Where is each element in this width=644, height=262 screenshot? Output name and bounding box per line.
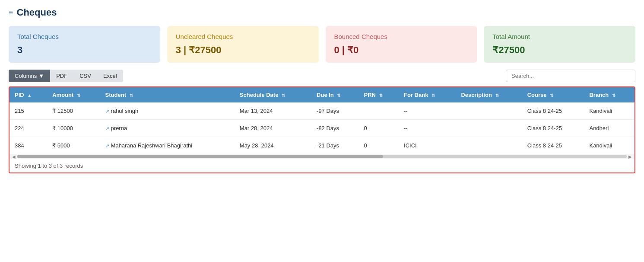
sort-icon-branch: ⇅ xyxy=(612,93,615,98)
columns-label: Columns xyxy=(15,73,37,79)
col-amount[interactable]: Amount ⇅ xyxy=(47,87,100,102)
cell-for-bank: ICICI xyxy=(399,137,456,154)
cell-student: ↗rahul singh xyxy=(100,102,235,120)
cell-pid: 215 xyxy=(10,102,47,120)
cell-amount: ₹ 12500 xyxy=(47,102,100,120)
sort-icon-schedule-date: ⇅ xyxy=(282,93,285,98)
horizontal-scrollbar[interactable]: ◀ ▶ xyxy=(10,154,634,159)
student-name: prerna xyxy=(111,125,127,131)
page-title-container: ≡ Cheques xyxy=(9,7,635,18)
records-summary: Showing 1 to 3 of 3 records xyxy=(15,163,83,169)
page-title: Cheques xyxy=(17,7,57,18)
student-name: Maharana Rajeshwari Bhagirathi xyxy=(111,142,193,149)
sort-icon-student: ⇅ xyxy=(130,93,133,98)
cell-description xyxy=(456,102,522,120)
columns-button[interactable]: Columns ▼ xyxy=(9,70,50,82)
card-total-cheques-label: Total Cheques xyxy=(17,33,152,40)
cell-for-bank: -- xyxy=(399,120,456,137)
cell-course: Class 8 24-25 xyxy=(522,137,584,154)
table-row: 215₹ 12500↗rahul singhMar 13, 2024-97 Da… xyxy=(10,102,634,120)
card-uncleared-cheques-label: Uncleared Cheques xyxy=(176,33,310,40)
cell-prn: 0 xyxy=(359,120,399,137)
table-wrapper: PID ▲ Amount ⇅ Student ⇅ Schedule Date ⇅… xyxy=(9,86,635,173)
cell-due-in: -82 Days xyxy=(311,120,358,137)
cell-due-in: -21 Days xyxy=(311,137,358,154)
scroll-right-icon[interactable]: ▶ xyxy=(627,154,634,159)
col-branch[interactable]: Branch ⇅ xyxy=(584,87,634,102)
card-bounced-cheques-label: Bounced Cheques xyxy=(334,33,469,40)
card-total-cheques-value: 3 xyxy=(17,45,152,56)
cell-schedule-date: Mar 28, 2024 xyxy=(235,120,311,137)
cell-branch: Kandivali xyxy=(584,102,634,120)
col-description[interactable]: Description ⇅ xyxy=(456,87,522,102)
col-pid[interactable]: PID ▲ xyxy=(10,87,47,102)
card-bounced-cheques-value: 0 | ₹0 xyxy=(334,45,469,56)
sort-icon-pid: ▲ xyxy=(27,93,32,98)
scrollbar-thumb[interactable] xyxy=(17,155,383,158)
summary-cards: Total Cheques 3 Uncleared Cheques 3 | ₹2… xyxy=(9,26,635,63)
sort-icon-due-in: ⇅ xyxy=(337,93,340,98)
excel-button[interactable]: Excel xyxy=(97,70,123,82)
card-uncleared-cheques-value: 3 | ₹27500 xyxy=(176,45,310,56)
external-link-icon[interactable]: ↗ xyxy=(105,143,109,148)
cell-amount: ₹ 5000 xyxy=(47,137,100,154)
sort-icon-amount: ⇅ xyxy=(77,93,80,98)
table-row: 224₹ 10000↗prernaMar 28, 2024-82 Days0--… xyxy=(10,120,634,137)
cell-description xyxy=(456,137,522,154)
scrollbar-track[interactable] xyxy=(17,155,627,158)
sort-icon-course: ⇅ xyxy=(550,93,553,98)
cell-branch: Kandivali xyxy=(584,137,634,154)
cell-amount: ₹ 10000 xyxy=(47,120,100,137)
external-link-icon[interactable]: ↗ xyxy=(105,109,109,114)
toolbar: Columns ▼ PDF CSV Excel xyxy=(9,70,635,82)
col-course[interactable]: Course ⇅ xyxy=(522,87,584,102)
card-bounced-cheques: Bounced Cheques 0 | ₹0 xyxy=(326,26,477,63)
sort-icon-prn: ⇅ xyxy=(379,93,383,98)
cell-course: Class 8 24-25 xyxy=(522,120,584,137)
card-total-amount-value: ₹27500 xyxy=(492,45,627,56)
table-row: 384₹ 5000↗Maharana Rajeshwari Bhagirathi… xyxy=(10,137,634,154)
cell-student: ↗Maharana Rajeshwari Bhagirathi xyxy=(100,137,235,154)
table-footer: Showing 1 to 3 of 3 records xyxy=(10,159,634,173)
cell-branch: Andheri xyxy=(584,120,634,137)
col-student[interactable]: Student ⇅ xyxy=(100,87,235,102)
csv-button[interactable]: CSV xyxy=(73,70,97,82)
col-for-bank[interactable]: For Bank ⇅ xyxy=(399,87,456,102)
sort-icon-description: ⇅ xyxy=(495,93,499,98)
toolbar-buttons: Columns ▼ PDF CSV Excel xyxy=(9,70,123,82)
pdf-button[interactable]: PDF xyxy=(50,70,73,82)
card-total-amount-label: Total Amount xyxy=(492,33,627,40)
cell-due-in: -97 Days xyxy=(311,102,358,120)
table-body: 215₹ 12500↗rahul singhMar 13, 2024-97 Da… xyxy=(10,102,634,154)
cell-prn: 0 xyxy=(359,137,399,154)
cell-for-bank: -- xyxy=(399,102,456,120)
filter-icon[interactable]: ≡ xyxy=(9,8,13,17)
cell-pid: 384 xyxy=(10,137,47,154)
sort-icon-for-bank: ⇅ xyxy=(431,93,435,98)
col-due-in[interactable]: Due In ⇅ xyxy=(311,87,358,102)
external-link-icon[interactable]: ↗ xyxy=(105,126,109,131)
columns-chevron-icon: ▼ xyxy=(38,73,44,79)
card-total-amount: Total Amount ₹27500 xyxy=(484,26,635,63)
cell-student: ↗prerna xyxy=(100,120,235,137)
cell-schedule-date: May 28, 2024 xyxy=(235,137,311,154)
col-prn[interactable]: PRN ⇅ xyxy=(359,87,399,102)
data-table: PID ▲ Amount ⇅ Student ⇅ Schedule Date ⇅… xyxy=(10,87,634,154)
cell-pid: 224 xyxy=(10,120,47,137)
cell-prn xyxy=(359,102,399,120)
table-header: PID ▲ Amount ⇅ Student ⇅ Schedule Date ⇅… xyxy=(10,87,634,102)
col-schedule-date[interactable]: Schedule Date ⇅ xyxy=(235,87,311,102)
card-uncleared-cheques: Uncleared Cheques 3 | ₹27500 xyxy=(167,26,319,63)
cell-schedule-date: Mar 13, 2024 xyxy=(235,102,311,120)
scroll-left-icon[interactable]: ◀ xyxy=(10,154,17,159)
cell-course: Class 8 24-25 xyxy=(522,102,584,120)
student-name: rahul singh xyxy=(111,108,139,114)
cell-description xyxy=(456,120,522,137)
search-input[interactable] xyxy=(506,70,635,82)
card-total-cheques: Total Cheques 3 xyxy=(9,26,160,63)
